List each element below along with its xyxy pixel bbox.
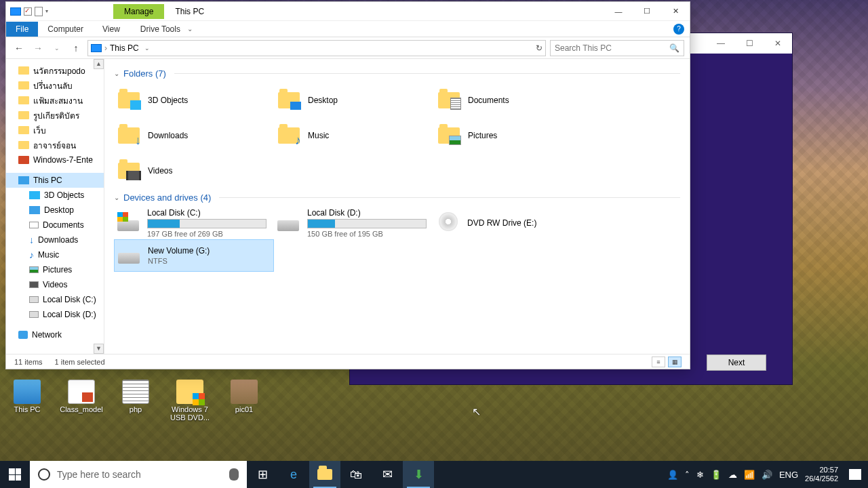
tray-clock[interactable]: 20:57 26/4/2562 <box>805 466 838 483</box>
nav-network[interactable]: Network <box>6 327 104 342</box>
tray-people-icon[interactable]: 👤 <box>667 470 678 480</box>
taskbar-search[interactable]: Type here to search <box>30 461 247 488</box>
up-button[interactable]: ↑ <box>68 43 83 54</box>
address-dropdown-icon[interactable]: ⌄ <box>144 45 150 52</box>
scroll-up-icon[interactable]: ▲ <box>94 59 104 69</box>
drive-g-selected[interactable]: New Volume (G:) NTFS <box>114 239 274 272</box>
nav-downloads[interactable]: ↓Downloads <box>6 232 104 247</box>
search-input[interactable] <box>555 43 669 53</box>
search-box[interactable]: 🔍 <box>550 40 684 56</box>
drive-c[interactable]: Local Disk (C:) 197 GB free of 269 GB <box>114 207 274 239</box>
folders-group-header[interactable]: ⌄ Folders (7) <box>114 64 680 83</box>
help-icon[interactable]: ? <box>673 24 684 35</box>
mouse-cursor-icon: ↖ <box>472 405 481 418</box>
status-selected-count: 1 item selected <box>55 358 105 366</box>
nav-documents[interactable]: Documents <box>6 218 104 232</box>
drive-dvd[interactable]: DVD RW Drive (E:) <box>434 207 594 239</box>
content-pane: ⌄ Folders (7) 3D Objects Desktop Documen… <box>104 59 690 354</box>
bg-close[interactable]: ✕ <box>764 34 792 53</box>
drives-group-header[interactable]: ⌄ Devices and drives (4) <box>114 188 680 207</box>
tray-language[interactable]: ENG <box>779 470 798 480</box>
tray-network-icon[interactable]: 📶 <box>744 470 755 480</box>
taskbar-explorer-icon[interactable] <box>309 461 340 488</box>
drive-d[interactable]: Local Disk (D:) 150 GB free of 195 GB <box>274 207 434 239</box>
maximize-button[interactable]: ☐ <box>633 2 661 21</box>
tray-battery-icon[interactable]: 🔋 <box>711 470 722 480</box>
desktop-icon-thispc[interactable]: This PC <box>7 380 47 422</box>
desktop-icon-php[interactable]: php <box>115 380 156 422</box>
address-bar[interactable]: › This PC ⌄ ↻ <box>87 40 546 56</box>
nav-localdisk-c[interactable]: Local Disk (C:) <box>6 292 104 307</box>
desktop-icon-pic01[interactable]: pic01 <box>224 380 264 422</box>
folder-desktop[interactable]: Desktop <box>274 83 434 118</box>
nav-folder[interactable]: รูปเกียรติบัตร <box>6 108 104 123</box>
qat-dropdown-icon[interactable]: ▾ <box>45 8 48 14</box>
tray-onedrive-icon[interactable]: ☁ <box>728 470 737 480</box>
tab-computer[interactable]: Computer <box>38 22 93 37</box>
folder-videos[interactable]: Videos <box>114 153 274 188</box>
folder-downloads[interactable]: Downloads <box>114 118 274 153</box>
nav-folder[interactable]: อาจารย์จอน <box>6 138 104 152</box>
folder-pictures[interactable]: Pictures <box>434 118 594 153</box>
nav-thispc[interactable]: This PC <box>6 173 104 188</box>
contextual-tab-manage[interactable]: Manage <box>113 4 164 19</box>
qat-newfolder-icon[interactable] <box>35 7 43 16</box>
forward-button[interactable]: → <box>31 43 45 54</box>
ribbon-tabs: File Computer View Drive Tools ⌄ ? <box>6 21 690 37</box>
nav-localdisk-d[interactable]: Local Disk (D:) <box>6 307 104 322</box>
taskbar-search-placeholder: Type here to search <box>57 469 222 480</box>
minimize-button[interactable]: — <box>604 2 633 21</box>
app-icon <box>10 7 21 16</box>
window-title: This PC <box>175 7 204 16</box>
thispc-icon <box>91 44 102 52</box>
tab-view[interactable]: View <box>93 22 130 37</box>
nav-folder[interactable]: ปรึ่นงานลับ <box>6 78 104 93</box>
close-button[interactable]: ✕ <box>661 2 690 21</box>
bg-maximize[interactable]: ☐ <box>735 34 764 53</box>
nav-pictures[interactable]: Pictures <box>6 262 104 277</box>
taskbar-store-icon[interactable]: 🛍 <box>340 461 372 488</box>
tab-file[interactable]: File <box>6 22 38 37</box>
scroll-down-icon[interactable]: ▼ <box>94 344 104 354</box>
desktop-icon-win7usb[interactable]: Windows 7 USB DVD... <box>170 380 210 422</box>
view-details-icon[interactable]: ≡ <box>652 357 665 367</box>
bg-minimize[interactable]: — <box>707 34 735 53</box>
qat-properties-icon[interactable] <box>24 7 32 16</box>
nav-desktop[interactable]: Desktop <box>6 203 104 218</box>
next-button[interactable]: Next <box>707 354 766 371</box>
collapse-icon[interactable]: ⌄ <box>114 70 119 77</box>
desktop-icon-classmodel[interactable]: Class_model <box>61 380 102 422</box>
address-text: This PC <box>110 43 139 53</box>
refresh-icon[interactable]: ↻ <box>536 43 542 53</box>
system-tray: 👤 ˄ ❄ 🔋 ☁ 📶 🔊 ENG 20:57 26/4/2562 <box>660 466 868 483</box>
nav-3dobjects[interactable]: 3D Objects <box>6 188 104 203</box>
view-tiles-icon[interactable]: ▦ <box>668 357 682 367</box>
navigation-bar: ← → ⌄ ↑ › This PC ⌄ ↻ 🔍 <box>6 37 690 59</box>
recent-dropdown-icon[interactable]: ⌄ <box>50 45 64 52</box>
collapse-icon[interactable]: ⌄ <box>114 194 119 201</box>
back-button[interactable]: ← <box>12 43 26 54</box>
status-item-count: 11 items <box>14 358 43 366</box>
tray-chevron-icon[interactable]: ˄ <box>685 470 690 480</box>
nav-folder[interactable]: เว็บ <box>6 123 104 138</box>
nav-music[interactable]: ♪Music <box>6 247 104 262</box>
folder-3dobjects[interactable]: 3D Objects <box>114 83 274 118</box>
taskbar-mail-icon[interactable]: ✉ <box>372 461 403 488</box>
nav-folder[interactable]: แฟ้มสะสมงาน <box>6 93 104 108</box>
folder-music[interactable]: Music <box>274 118 434 153</box>
taskbar-edge-icon[interactable]: e <box>278 461 309 488</box>
ribbon-collapse-icon[interactable]: ⌄ <box>187 25 193 33</box>
nav-videos[interactable]: Videos <box>6 277 104 292</box>
tray-volume-icon[interactable]: 🔊 <box>762 470 772 480</box>
folder-documents[interactable]: Documents <box>434 83 594 118</box>
microphone-icon[interactable] <box>229 468 239 481</box>
search-icon[interactable]: 🔍 <box>669 43 679 53</box>
tray-notifications-icon[interactable] <box>849 469 861 480</box>
nav-folder[interactable]: นวัตกรรมpodo <box>6 63 104 78</box>
nav-folder[interactable]: Windows-7-Ente <box>6 152 104 167</box>
task-view-icon[interactable]: ⊞ <box>247 461 278 488</box>
taskbar-app-icon[interactable]: ⬇ <box>403 461 434 488</box>
start-button[interactable] <box>0 461 30 488</box>
tab-drive-tools[interactable]: Drive Tools <box>134 22 187 37</box>
tray-app-icon[interactable]: ❄ <box>696 470 704 480</box>
